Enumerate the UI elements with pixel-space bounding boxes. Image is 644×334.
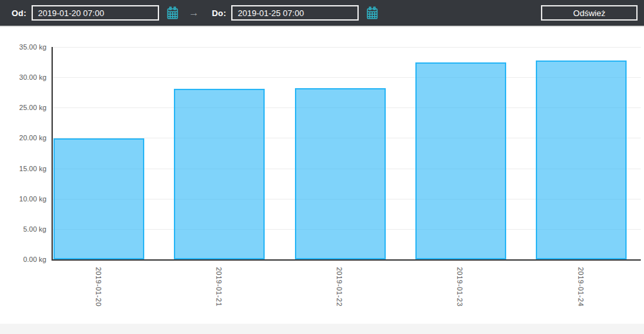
bar-2019-01-24 [536, 60, 627, 259]
from-label: Od: [12, 8, 26, 18]
bar-2019-01-23 [415, 62, 506, 259]
y-tick-label: 30.00 kg [0, 73, 46, 82]
y-tick-label: 25.00 kg [0, 103, 46, 112]
y-tick-label: 10.00 kg [0, 194, 46, 203]
x-tick-label: 2019-01-20 [95, 267, 102, 306]
x-axis-line [52, 259, 641, 261]
x-tick-label: 2019-01-23 [456, 267, 464, 306]
y-tick-label: 0.00 kg [0, 255, 46, 264]
y-tick-label: 5.00 kg [0, 225, 46, 234]
from-date-input[interactable] [32, 5, 159, 21]
range-arrow-icon: → [189, 8, 199, 18]
bar-2019-01-20 [53, 138, 144, 259]
y-tick-label: 15.00 kg [0, 164, 46, 173]
gridline [53, 47, 641, 48]
y-tick-label: 20.00 kg [0, 133, 46, 142]
x-tick-label: 2019-01-21 [215, 267, 223, 306]
x-tick-label: 2019-01-24 [577, 267, 585, 306]
bar-2019-01-22 [295, 88, 386, 259]
to-calendar-icon[interactable] [366, 6, 378, 20]
bar-2019-01-21 [174, 89, 265, 259]
to-date-input[interactable] [231, 5, 359, 21]
to-label: Do: [212, 8, 226, 18]
weight-bar-chart: 0.00 kg5.00 kg10.00 kg15.00 kg20.00 kg25… [0, 27, 644, 324]
x-tick-label: 2019-01-22 [336, 267, 343, 306]
toolbar: Od: → Do: Odśwież [0, 0, 644, 27]
refresh-button[interactable]: Odśwież [541, 5, 638, 21]
footer-strip [0, 324, 644, 334]
from-calendar-icon[interactable] [167, 6, 178, 20]
y-tick-label: 35.00 kg [0, 42, 46, 51]
